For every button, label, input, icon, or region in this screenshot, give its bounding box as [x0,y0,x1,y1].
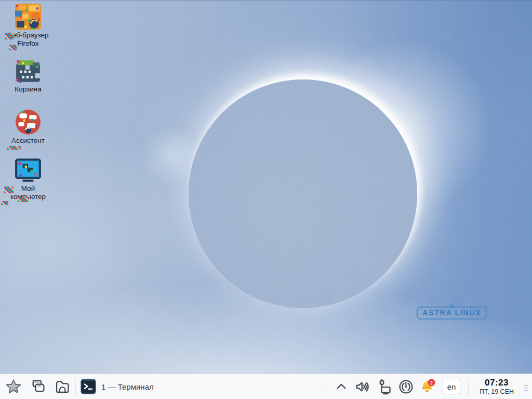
desktop-icon-assistant[interactable]: Ассистент [4,109,52,145]
window-list-icon [30,378,46,395]
icon-label: Корзина [4,85,52,94]
glitch-artifact [9,45,17,50]
folder-icon [54,378,71,395]
desktop-icon-trash[interactable]: Корзина [4,59,52,94]
tray-expand-button[interactable] [334,379,349,394]
taskbar-task-terminal[interactable]: 1 — Терминал [81,379,154,394]
notification-badge-count: 2 [430,379,433,385]
glitch-artifact [4,187,14,193]
performance-button[interactable] [398,379,414,395]
computer-icon [14,157,42,183]
task-label: 1 — Терминал [101,382,154,391]
window-list-button[interactable] [30,378,46,395]
clock[interactable]: 07:23 ПТ, 19 СЕН [476,378,517,395]
speaker-icon [354,379,370,395]
desktop-wallpaper: ★ ASTRA LINUX ® [0,0,532,374]
notifications-button[interactable]: 2 [420,379,437,395]
astra-linux-watermark: ★ ASTRA LINUX ® [417,307,487,320]
clock-date: ПТ, 19 СЕН [480,388,514,395]
taskbar-tray: 2 en 07:23 ПТ, 19 СЕН [326,378,532,395]
desktop-icon-firefox[interactable]: Веб-браузер Firefox [4,3,52,48]
tray-separator [327,381,327,392]
trash-icon [15,59,42,84]
eclipse-moon-circle [189,79,417,308]
language-indicator[interactable]: en [443,379,460,394]
astra-star-icon: ★ [449,302,455,310]
astra-logo-reg-mark: ® [485,305,487,309]
glitch-artifact [7,146,21,150]
screen: ★ ASTRA LINUX ® [0,0,532,399]
icon-label: Ассистент [4,137,52,145]
taskbar-left-group [0,378,71,395]
star-icon [5,378,22,395]
network-button[interactable] [376,379,392,395]
astra-logo-text: ASTRA LINUX [422,309,481,317]
panel-grip-handle[interactable] [523,382,530,391]
bell-icon: 2 [420,379,437,395]
firefox-icon [15,3,42,30]
taskbar-separator [75,378,76,395]
glitch-artifact [18,197,29,202]
gauge-icon [398,379,414,395]
network-icon [376,379,392,395]
file-manager-button[interactable] [54,378,71,395]
volume-button[interactable] [354,379,370,395]
glitch-artifact [1,201,8,205]
glitch-artifact [5,33,14,39]
clock-time: 07:23 [480,378,514,388]
desktop-icon-computer[interactable]: Мой компьютер [4,157,52,201]
launcher-button[interactable] [5,378,22,395]
taskbar: 1 — Терминал [0,374,532,399]
chevron-up-icon [334,379,349,394]
assistant-icon [15,109,42,136]
clock-separator [468,378,469,395]
terminal-icon [81,379,96,394]
